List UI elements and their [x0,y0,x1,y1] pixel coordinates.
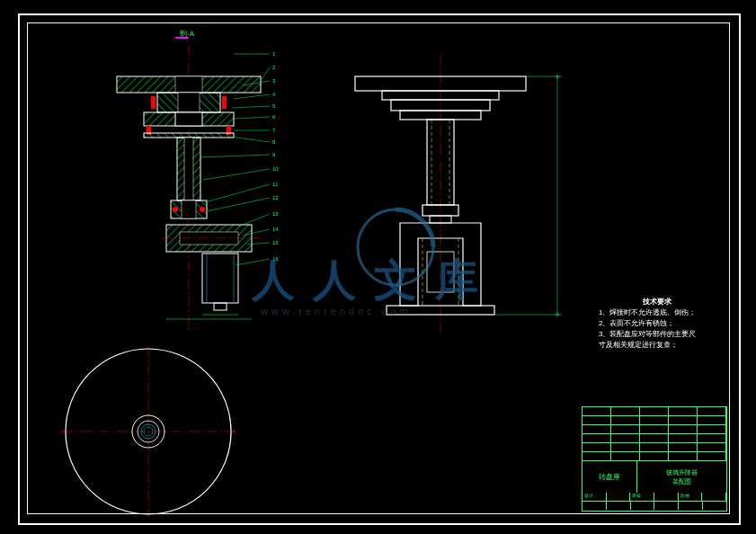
drawing-info: 装配图 [672,477,691,486]
note-item: 1、焊接时不允许透底、倒伤； [599,307,716,318]
svg-text:15: 15 [272,240,279,245]
svg-text:3: 3 [272,78,276,84]
svg-line-30 [261,67,270,81]
svg-text:14: 14 [272,227,279,232]
svg-line-33 [232,106,270,108]
svg-point-19 [200,207,205,212]
svg-text:13: 13 [272,211,279,217]
technical-notes: 技术要求 1、焊接时不允许透底、倒伤； 2、表面不允许有锈蚀； 3、装配盘应对等… [599,297,716,351]
svg-rect-17 [182,200,196,218]
svg-text:2: 2 [272,65,276,70]
svg-rect-4 [175,76,202,93]
svg-line-32 [234,94,270,99]
svg-text:12: 12 [272,195,279,200]
svg-text:4: 4 [272,92,276,97]
leader-numbers: 123 456 789 101112 131415 16 [272,51,279,262]
notes-title: 技术要求 [599,297,716,307]
svg-text:7: 7 [272,128,276,133]
drawing-title: 转盘座 [583,461,637,493]
svg-text:9: 9 [272,152,276,157]
drawing-type: 玻璃升降器 [666,468,698,477]
svg-rect-23 [202,254,238,303]
svg-line-36 [230,137,270,142]
title-block-main: 转盘座 玻璃升降器 装配图 [583,461,726,493]
svg-rect-10 [175,112,202,126]
svg-rect-7 [151,96,156,109]
watermark-text: 人人文库 [252,252,496,309]
svg-text:11: 11 [272,182,279,187]
svg-rect-26 [214,303,227,310]
svg-text:1: 1 [272,51,276,57]
svg-line-37 [200,155,270,157]
svg-text:8: 8 [272,139,276,145]
svg-text:10: 10 [272,166,279,172]
note-item: 2、表面不允许有锈蚀； [599,318,716,329]
cad-canvas: 剖-A [0,0,756,534]
svg-rect-6 [178,93,200,112]
svg-line-41 [238,214,270,227]
svg-line-40 [207,198,270,211]
section-label: 剖-A [180,30,195,38]
note-item: 3、装配盘应对等部件的主要尺 [599,329,716,340]
svg-rect-15 [184,138,193,200]
svg-text:6: 6 [272,114,276,120]
svg-text:5: 5 [272,103,276,109]
title-block: 转盘座 玻璃升降器 装配图 设计审核比例 [582,406,727,512]
svg-rect-13 [144,133,234,138]
svg-line-34 [234,117,270,119]
svg-line-39 [205,184,270,202]
svg-point-18 [173,207,178,212]
svg-line-38 [203,169,270,180]
note-item: 寸及相关规定进行复查； [599,340,716,351]
plan-view-bottom [60,346,238,517]
watermark-url: www.renrendoc.com [261,306,412,316]
svg-rect-8 [222,96,227,109]
